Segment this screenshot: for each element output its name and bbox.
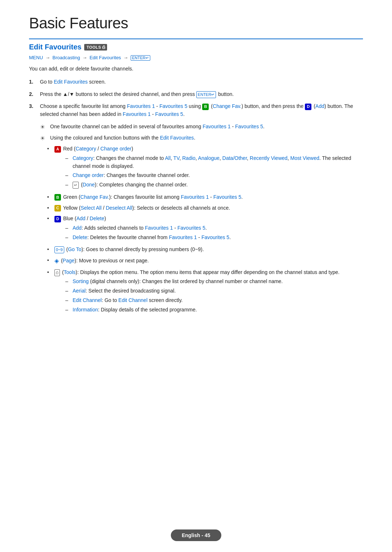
bullet-tools-sublist: – Sorting (digital channels only): Chang… xyxy=(65,278,339,314)
bullet-c-selectall[interactable]: Select All xyxy=(81,205,102,211)
note-2-icon: ☀ xyxy=(40,134,49,143)
note-1-text: One favourite channel can be added in se… xyxy=(50,123,265,131)
bullet-c: • C Yellow (Select All / Deselect All): … xyxy=(47,204,363,212)
sub-tools-2-aerial[interactable]: Aerial xyxy=(73,288,86,294)
sub-d-1-fav5[interactable]: Favourites 5 xyxy=(177,225,205,231)
sub-d-1-fav1[interactable]: Favourites 1 xyxy=(145,225,173,231)
bullet-c-text: C Yellow (Select All / Deselect All): Se… xyxy=(54,204,230,212)
bullet-page-text: ◈ (Page): Move to previous or next page. xyxy=(54,257,149,266)
sub-tools-3-editchan2[interactable]: Edit Channel xyxy=(118,297,147,303)
step-2-text: Press the ▲/▼ buttons to select the desi… xyxy=(40,90,234,98)
bullet-b-dot: • xyxy=(47,193,54,201)
sub-a-3-done[interactable]: Done xyxy=(83,182,95,188)
page-badge: ◈ xyxy=(54,257,59,266)
step-3-text: Choose a specific favourite list among F… xyxy=(40,102,363,118)
sub-a-1-text: Category: Changes the channel mode to Al… xyxy=(73,154,363,170)
dash-d-2: – xyxy=(65,234,73,242)
bullet-b-fav5[interactable]: Favourites 5 xyxy=(213,194,241,200)
note-2-link[interactable]: Edit Favourites xyxy=(160,135,194,141)
bullet-tools: • ⎙ (Tools): Displays the option menu. T… xyxy=(47,269,363,315)
dash-a-3: – xyxy=(65,181,73,189)
bullet-goto-dot: • xyxy=(47,246,54,254)
sub-a-1-most[interactable]: Most Viewed xyxy=(290,155,319,161)
note-1-fav5[interactable]: Favourites 5 xyxy=(235,124,263,129)
bullet-b-fav1[interactable]: Favourites 1 xyxy=(181,194,209,200)
sub-d-2: – Delete: Deletes the favourite channel … xyxy=(65,234,231,242)
sub-d-1-add[interactable]: Add xyxy=(73,225,82,231)
sub-a-1-all[interactable]: All xyxy=(165,155,171,161)
sub-tools-4-info[interactable]: Information xyxy=(73,307,98,313)
btn-d2-badge: D xyxy=(54,216,61,222)
tools-badge: TOOLS ⎙ xyxy=(84,44,107,51)
dash-a-2: – xyxy=(65,172,73,180)
btn-a-badge: A xyxy=(54,146,61,153)
page-footer: English - 45 xyxy=(171,529,221,541)
bullet-d: • D Blue (Add / Delete) – Add: Adds sele… xyxy=(47,215,363,243)
bullet-b-text: B Green (Change Fav.): Changes favourite… xyxy=(54,193,243,201)
sub-tools-3-editchan[interactable]: Edit Channel xyxy=(73,297,102,303)
step-3-change-fav[interactable]: Change Fav. xyxy=(213,103,241,109)
step-1-num: 1. xyxy=(29,78,40,86)
edit-favourites-menu-link[interactable]: Edit Favourites xyxy=(90,55,121,60)
bullet-b-changefav[interactable]: Change Fav. xyxy=(80,194,109,200)
sub-a-1-tv[interactable]: TV xyxy=(173,155,180,161)
step-3-fav5[interactable]: Favourites 5 xyxy=(159,103,187,109)
dash-a-1: – xyxy=(65,154,73,162)
note-1-icon: ☀ xyxy=(40,123,49,132)
btn-b2-badge: B xyxy=(54,194,61,201)
enter-icon: ENTER↵ xyxy=(131,55,150,61)
sub-a-1-radio[interactable]: Radio xyxy=(182,155,196,161)
dash-t-1: – xyxy=(65,278,73,286)
step-3-fav5b[interactable]: Favourites 5 xyxy=(155,111,183,117)
sub-tools-1-sorting[interactable]: Sorting xyxy=(73,278,89,284)
step-1-link[interactable]: Edit Favourites xyxy=(54,79,87,85)
bullet-page-link[interactable]: Page xyxy=(63,258,75,263)
bullet-a-change-order[interactable]: Change order xyxy=(101,146,132,152)
bullet-a-dot: • xyxy=(47,145,54,153)
arrow3: → xyxy=(123,55,130,60)
btn-b-badge: B xyxy=(202,104,209,110)
bullet-list: • A Red (Category / Change order) – Cate… xyxy=(47,145,363,315)
bullet-goto-link[interactable]: Go To xyxy=(68,246,81,252)
sub-a-3: – ↵ (Done): Completes changing the chann… xyxy=(65,181,363,189)
bullet-d-delete[interactable]: Delete xyxy=(90,215,104,221)
sub-a-2-change[interactable]: Change order xyxy=(73,172,104,178)
sub-a-1-recent[interactable]: Recently Viewed xyxy=(250,155,287,161)
step-1-text: Go to Edit Favourites screen. xyxy=(40,78,106,86)
section-divider xyxy=(29,39,363,39)
bullet-c-deselectall[interactable]: Deselect All xyxy=(106,205,132,211)
sub-tools-1-text: Sorting (digital channels only): Changes… xyxy=(73,278,283,286)
step-3-fav1[interactable]: Favourites 1 xyxy=(127,103,155,109)
note-1-fav1[interactable]: Favourites 1 xyxy=(203,124,230,129)
broadcasting-link[interactable]: Broadcasting xyxy=(53,55,80,60)
bullet-d-add[interactable]: Add xyxy=(76,215,85,221)
sub-d-2-delete[interactable]: Delete xyxy=(73,234,87,240)
sub-d-2-text: Delete: Deletes the favourite channel fr… xyxy=(73,234,231,242)
note-list: ☀ One favourite channel can be added in … xyxy=(40,123,363,143)
step-3-fav1b[interactable]: Favourites 1 xyxy=(123,111,151,117)
step-2-num: 2. xyxy=(29,90,40,98)
sub-d-2-fav5[interactable]: Favourites 5 xyxy=(201,234,229,240)
bullet-a-cat[interactable]: Category xyxy=(75,146,96,152)
arrow1: → xyxy=(45,55,52,60)
sub-a-3-text: ↵ (Done): Completes changing the channel… xyxy=(73,181,188,189)
arrow2: → xyxy=(82,55,89,60)
bullet-d-dot: • xyxy=(47,215,54,223)
sub-a-1-analogue[interactable]: Analogue xyxy=(198,155,220,161)
note-1: ☀ One favourite channel can be added in … xyxy=(40,123,363,132)
sub-tools-4-text: Information: Display details of the sele… xyxy=(73,306,197,314)
intro-text: You can add, edit or delete favourite ch… xyxy=(29,66,363,72)
sub-a-1-category[interactable]: Category xyxy=(73,155,93,161)
section-heading: Edit Favourites TOOLS ⎙ xyxy=(29,43,363,51)
bullet-a-text: A Red (Category / Change order) – Catego… xyxy=(54,145,363,190)
sub-tools-3-text: Edit Channel: Go to Edit Channel screen … xyxy=(73,297,183,305)
sub-d-2-fav1[interactable]: Favourites 1 xyxy=(169,234,197,240)
bullet-d-sublist: – Add: Adds selected channels to Favouri… xyxy=(65,224,231,241)
dash-t-2: – xyxy=(65,287,73,295)
sub-tools-4: – Information: Display details of the se… xyxy=(65,306,339,314)
sub-a-1-data[interactable]: Data/Other xyxy=(222,155,247,161)
tools-inline-badge: ⎙ xyxy=(54,269,60,276)
step-3-add[interactable]: Add xyxy=(315,103,324,109)
section-heading-text: Edit Favourites xyxy=(29,43,81,51)
bullet-tools-link[interactable]: Tools xyxy=(64,269,76,275)
